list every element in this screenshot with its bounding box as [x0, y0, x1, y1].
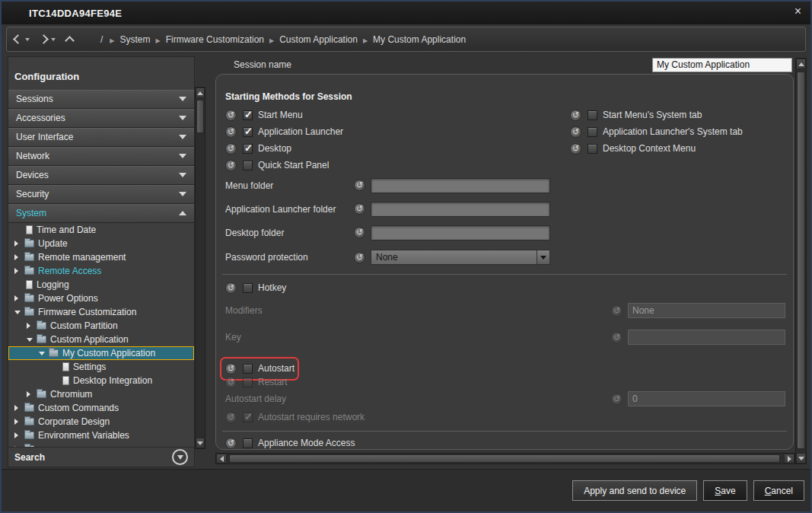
reset-to-default-button[interactable] — [354, 227, 365, 238]
reset-to-default-button[interactable] — [570, 143, 581, 155]
scroll-right-button[interactable] — [784, 454, 794, 464]
scrollbar-thumb[interactable] — [196, 100, 204, 133]
tree-expand-icon[interactable] — [14, 419, 24, 425]
reset-to-default-button[interactable] — [225, 282, 237, 294]
text-input[interactable] — [371, 225, 550, 241]
content-vertical-scrollbar[interactable] — [795, 58, 807, 464]
tree-expand-icon[interactable] — [27, 323, 37, 329]
tree-expand-icon[interactable] — [39, 352, 49, 355]
tree-item[interactable]: Desktop Integration — [8, 374, 194, 387]
group-divider — [222, 274, 787, 275]
search-expand-button[interactable] — [172, 449, 188, 465]
checkbox[interactable] — [588, 127, 597, 137]
save-label: Save — [715, 486, 735, 496]
up-button[interactable] — [66, 34, 73, 44]
tree-item[interactable]: Time and Date — [8, 223, 194, 237]
apply-and-send-button[interactable]: Apply and send to device — [572, 480, 697, 501]
reset-to-default-button[interactable] — [354, 203, 365, 215]
tree-item[interactable]: My Custom Application — [8, 346, 194, 360]
reset-to-default-button[interactable] — [570, 110, 581, 121]
sidebar-section[interactable]: Sessions — [8, 90, 194, 109]
sidebar-section[interactable]: System — [8, 204, 194, 223]
sidebar-section[interactable]: Network — [8, 147, 194, 166]
reset-to-default-button[interactable] — [354, 252, 365, 263]
checkbox[interactable] — [588, 144, 597, 154]
hotkey-checkbox[interactable] — [243, 283, 253, 293]
reset-to-default-button[interactable] — [225, 160, 237, 171]
scroll-up-button[interactable] — [796, 59, 806, 69]
reset-to-default-button[interactable] — [225, 110, 237, 121]
tree-item[interactable]: Firmware Customization — [8, 305, 194, 319]
save-button[interactable]: Save — [703, 480, 747, 501]
reset-to-default-button[interactable] — [225, 363, 237, 374]
sidebar-section[interactable]: Devices — [8, 166, 194, 185]
password-protection-row: Password protection None — [225, 250, 785, 265]
back-history-dropdown-icon[interactable] — [25, 38, 30, 41]
back-button[interactable] — [14, 36, 30, 43]
tree-item[interactable]: Chromium — [8, 387, 194, 401]
forward-button[interactable] — [40, 36, 56, 43]
scroll-down-button[interactable] — [196, 438, 205, 448]
checkbox[interactable] — [243, 161, 253, 170]
breadcrumb-root[interactable]: / — [100, 34, 103, 45]
text-input[interactable] — [371, 178, 550, 193]
autostart-checkbox[interactable] — [243, 364, 253, 374]
checkbox[interactable] — [243, 110, 253, 120]
tree-expand-icon[interactable] — [27, 338, 37, 342]
reset-to-default-button[interactable] — [570, 126, 581, 138]
breadcrumb-item[interactable]: Custom Application — [279, 34, 358, 45]
reset-to-default-button[interactable] — [225, 438, 237, 449]
tree-item[interactable]: Corporate Design — [8, 415, 194, 429]
breadcrumb-item[interactable]: My Custom Application — [373, 34, 466, 45]
session-name-input[interactable]: My Custom Application — [652, 58, 792, 72]
window-title: ITC14DDA94FE94E — [29, 8, 122, 19]
tree-expand-icon[interactable] — [14, 405, 24, 411]
tree-item[interactable]: Environment Variables — [8, 429, 194, 442]
sidebar-section[interactable]: Accessories — [8, 109, 194, 128]
scroll-left-button[interactable] — [216, 454, 227, 464]
checkbox[interactable] — [588, 110, 597, 120]
breadcrumb-item[interactable]: System — [120, 34, 151, 45]
reset-to-default-button[interactable] — [354, 180, 365, 191]
device-configuration-window: ITC14DDA94FE94E × / System Firmware Cust… — [0, 0, 812, 513]
tree-expand-icon[interactable] — [27, 391, 37, 397]
checkbox[interactable] — [243, 127, 253, 137]
sidebar-section[interactable]: Security — [8, 185, 194, 204]
sidebar-scrollbar[interactable] — [195, 87, 205, 449]
tree-expand-icon[interactable] — [14, 268, 24, 274]
tree-expand-icon[interactable] — [14, 241, 24, 247]
scrollbar-thumb[interactable] — [229, 454, 780, 463]
reset-to-default-button[interactable] — [225, 143, 237, 155]
dropdown-button[interactable] — [537, 250, 549, 264]
scroll-down-button[interactable] — [796, 453, 806, 464]
scroll-up-button[interactable] — [196, 88, 205, 98]
tree-item[interactable]: Remote management — [8, 250, 194, 264]
reset-to-default-button[interactable] — [225, 126, 237, 138]
tree-item[interactable]: Settings — [8, 360, 194, 374]
tree-item[interactable]: Custom Partition — [8, 319, 194, 333]
tree-item[interactable]: Update — [8, 237, 194, 250]
tree-item[interactable]: Power Options — [8, 292, 194, 305]
sidebar-section[interactable]: User Interface — [8, 128, 194, 147]
starting-methods-right-column: Start Menu's System tab Application Laun… — [570, 107, 743, 157]
tree-expand-icon[interactable] — [14, 295, 24, 301]
tree-item[interactable]: Remote Access — [8, 264, 194, 278]
tree-expand-icon[interactable] — [14, 254, 24, 260]
tree-expand-icon[interactable] — [14, 311, 24, 314]
key-input — [628, 330, 785, 345]
password-protection-select[interactable]: None — [371, 250, 550, 265]
tree-item[interactable]: Custom Application — [8, 333, 194, 346]
forward-history-dropdown-icon[interactable] — [51, 38, 56, 41]
cancel-button[interactable]: Cancel — [753, 480, 804, 501]
checkbox[interactable] — [243, 144, 253, 154]
tree-item[interactable]: Custom Commands — [8, 401, 194, 415]
tree-node-icon — [62, 376, 69, 385]
breadcrumb-item[interactable]: Firmware Customization — [166, 34, 264, 45]
scrollbar-thumb[interactable] — [797, 72, 805, 449]
tree-expand-icon[interactable] — [14, 432, 24, 438]
content-horizontal-scrollbar[interactable] — [215, 453, 795, 464]
tree-item[interactable]: Logging — [8, 278, 194, 292]
appliance-mode-checkbox[interactable] — [243, 438, 253, 448]
text-input[interactable] — [371, 202, 550, 217]
close-icon[interactable]: × — [794, 5, 801, 18]
